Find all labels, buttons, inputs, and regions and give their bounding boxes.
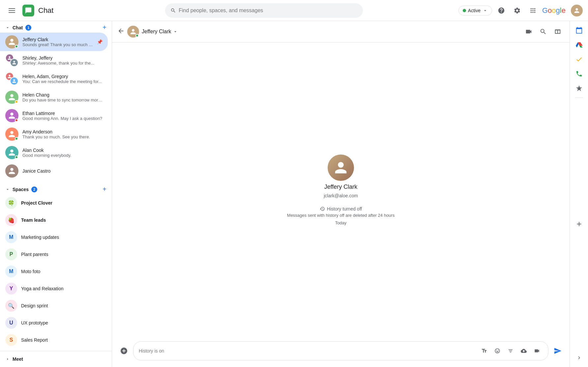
chat-item-jeffery-clark[interactable]: Jeffery Clark Sounds great! Thank you so…: [0, 33, 108, 51]
chat-item-helen-chang[interactable]: Helen Chang Do you have time to sync tom…: [0, 88, 108, 106]
chevron-right-icon: [5, 357, 10, 361]
upload-button[interactable]: [518, 345, 530, 357]
calendar-app-button[interactable]: [573, 24, 586, 37]
chat-preview: Shirley: Awesome, thank you for the...: [22, 61, 103, 66]
contact-card: Jeffery Clark jclark@aloe.com: [324, 155, 358, 198]
space-item-yoga-relaxation[interactable]: Y Yoga and Relaxation: [0, 280, 108, 297]
add-content-button[interactable]: [117, 344, 131, 357]
chat-info: Amy Anderson Thank you so much. See you …: [22, 129, 103, 139]
topbar-left: Chat: [5, 4, 117, 17]
gemini-app-button[interactable]: [573, 82, 586, 95]
back-button[interactable]: [117, 27, 125, 36]
avatar-wrap: [5, 127, 18, 141]
add-chat-button[interactable]: +: [103, 24, 106, 31]
tasks-app-button[interactable]: [573, 53, 586, 66]
drive-app-button[interactable]: [573, 38, 586, 51]
message-input-box[interactable]: [133, 341, 548, 360]
chat-header-actions: [522, 25, 564, 38]
chat-info: Ethan Lattimore Good morning Ann. May I …: [22, 111, 103, 121]
settings-button[interactable]: [511, 4, 524, 17]
space-icon: Y: [5, 283, 17, 295]
chat-preview: Sounds great! Thank you so much Ann!: [22, 42, 93, 47]
space-icon: 🍓: [5, 214, 17, 226]
chat-item-alan-cook[interactable]: Alan Cook Good morning everybody.: [0, 143, 108, 162]
video-call-button[interactable]: [522, 25, 535, 38]
today-label: Today: [335, 220, 347, 225]
svg-rect-0: [9, 8, 15, 9]
chat-header-name[interactable]: Jeffery Clark: [142, 29, 171, 35]
avatar-wrap: [5, 146, 18, 159]
space-name: Sales Report: [21, 337, 48, 343]
chat-item-janice-castro[interactable]: Janice Castro: [0, 162, 108, 180]
space-item-ux-prototype[interactable]: U UX prototype: [0, 314, 108, 331]
history-row: History turned off: [320, 206, 362, 212]
chat-list: Jeffery Clark Sounds great! Thank you so…: [0, 33, 112, 180]
text-format-button[interactable]: [478, 345, 490, 357]
contact-email: jclark@aloe.com: [324, 193, 358, 198]
expand-button[interactable]: [573, 351, 586, 364]
search-bar[interactable]: [165, 3, 363, 18]
search-input[interactable]: [179, 8, 358, 14]
search-in-chat-button[interactable]: [537, 25, 550, 38]
space-name: UX prototype: [21, 320, 48, 325]
add-space-button[interactable]: +: [103, 185, 106, 193]
call-app-button[interactable]: [573, 67, 586, 80]
spaces-badge: 2: [31, 186, 37, 192]
attachment-button[interactable]: [505, 345, 516, 357]
status-online: [15, 155, 18, 159]
status-dot: [463, 9, 466, 12]
emoji-button[interactable]: [491, 345, 503, 357]
apps-button[interactable]: [526, 4, 540, 17]
chat-item-shirley-jeffery[interactable]: Shirley, Jeffery Shirley: Awesome, thank…: [0, 51, 108, 70]
input-actions: [478, 345, 543, 357]
chat-item-ethan-lattimore[interactable]: Ethan Lattimore Good morning Ann. May I …: [0, 106, 108, 125]
chat-preview: Good morning Ann. May I ask a question?: [22, 116, 103, 121]
space-name: Moto foto: [21, 269, 40, 274]
space-item-team-leads[interactable]: 🍓 Team leads: [0, 212, 108, 229]
chat-section-header[interactable]: Chat 1 +: [0, 21, 112, 33]
space-icon: P: [5, 248, 17, 260]
space-name: Project Clover: [21, 200, 52, 206]
message-input[interactable]: [139, 348, 476, 353]
contact-silhouette: [332, 159, 349, 176]
spaces-section-header[interactable]: Spaces 2 +: [0, 183, 112, 194]
chevron-down-icon: [5, 187, 10, 192]
history-message: Messages sent with history off are delet…: [287, 213, 395, 218]
space-icon: U: [5, 317, 17, 329]
history-info: History turned off Messages sent with hi…: [287, 206, 395, 225]
chat-preview: Do you have time to sync tomorrow mori..…: [22, 98, 103, 102]
user-avatar[interactable]: [571, 5, 583, 16]
space-item-design-sprint[interactable]: 🔍 Design sprint: [0, 297, 108, 314]
meet-section-header[interactable]: Meet: [5, 355, 106, 363]
chat-info: Alan Cook Good morning everybody.: [22, 148, 103, 158]
chat-item-helen-adam-gregory[interactable]: Helen, Adam, Gregory You: Can we resched…: [0, 70, 108, 88]
svg-rect-2: [9, 12, 15, 13]
multi-avatar: [5, 54, 18, 67]
chat-info: Helen Chang Do you have time to sync tom…: [22, 92, 103, 102]
chat-preview: Thank you so much. See you there.: [22, 134, 103, 139]
space-item-project-clover[interactable]: 🍀 Project Clover: [0, 194, 108, 212]
status-button[interactable]: Active: [458, 6, 492, 15]
add-app-button[interactable]: [573, 217, 586, 231]
right-sidebar-divider: [575, 98, 583, 98]
chat-item-amy-anderson[interactable]: Amy Anderson Thank you so much. See you …: [0, 125, 108, 143]
space-item-plant-parents[interactable]: P Plant parents: [0, 246, 108, 263]
chat-name: Helen, Adam, Gregory: [22, 74, 103, 79]
status-away: [15, 100, 18, 103]
header-status-online: [135, 34, 139, 37]
hamburger-menu[interactable]: [5, 4, 18, 17]
spaces-list: 🍀 Project Clover 🍓 Team leads M Marketin…: [0, 194, 112, 349]
topbar-right: Active Google: [458, 4, 583, 17]
avatar-wrap: [5, 164, 18, 178]
chat-preview: Good morning everybody.: [22, 153, 103, 158]
space-item-moto-foto[interactable]: M Moto foto: [0, 263, 108, 280]
google-logo: Google: [542, 6, 566, 15]
video-input-button[interactable]: [531, 345, 543, 357]
split-view-button[interactable]: [551, 25, 564, 38]
space-item-marketing-updates[interactable]: M Marketing updates: [0, 229, 108, 246]
send-button[interactable]: [551, 344, 564, 357]
help-button[interactable]: [495, 4, 508, 17]
chat-input-area: [112, 337, 570, 367]
space-item-sales-report[interactable]: S Sales Report: [0, 331, 108, 349]
app-logo: [22, 5, 34, 16]
